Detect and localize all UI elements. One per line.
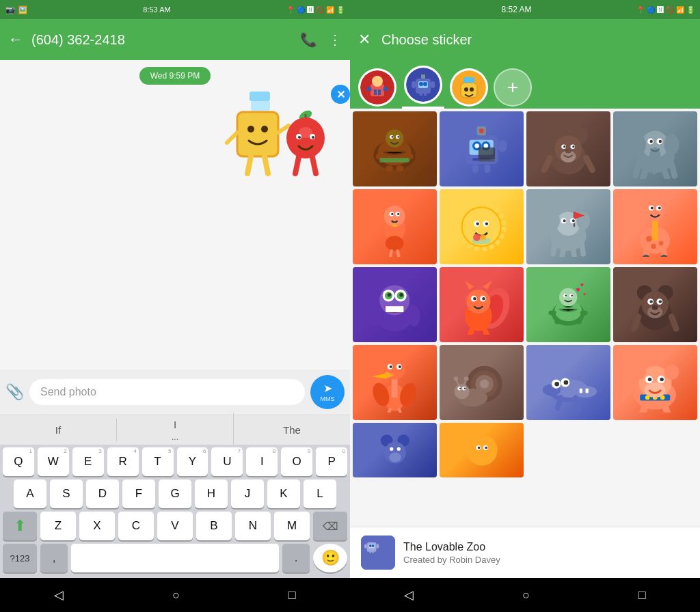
key-y[interactable]: 6Y — [177, 447, 208, 476]
sticker-elephant[interactable] — [613, 111, 697, 186]
svg-rect-24 — [378, 89, 381, 95]
key-j[interactable]: J — [231, 479, 264, 508]
svg-rect-1 — [250, 92, 270, 101]
key-t[interactable]: 5T — [142, 447, 174, 476]
key-k[interactable]: K — [267, 479, 300, 508]
add-pack-button[interactable]: + — [494, 68, 532, 107]
panel-title: Choose sticker — [381, 32, 692, 48]
key-s[interactable]: S — [50, 479, 83, 508]
key-e[interactable]: 3E — [72, 447, 104, 476]
svg-point-223 — [555, 382, 560, 387]
sticker-hippo[interactable] — [613, 345, 697, 420]
comma-key[interactable]: , — [40, 544, 68, 572]
phone-button[interactable]: 📞 — [300, 31, 317, 48]
send-button[interactable]: ➤ MMS — [310, 375, 345, 409]
close-sticker-panel[interactable]: ✕ — [358, 31, 371, 48]
key-c[interactable]: C — [118, 512, 154, 540]
sticker-pack-2[interactable] — [404, 66, 442, 104]
key-i[interactable]: 8I — [246, 447, 278, 476]
sticker-turtle-hearts[interactable]: ♥ ♥ ♥ — [526, 267, 610, 342]
key-p[interactable]: 0P — [316, 447, 347, 476]
sticker-bird[interactable] — [353, 189, 437, 264]
svg-point-5 — [261, 126, 268, 133]
dot-key[interactable]: . — [282, 544, 310, 572]
key-h[interactable]: H — [195, 479, 228, 508]
svg-point-171 — [571, 294, 574, 296]
key-w[interactable]: 2W — [38, 447, 69, 476]
sticker-pack-3[interactable] — [450, 68, 488, 107]
sticker-snail[interactable] — [440, 345, 524, 420]
chat-timestamp: Wed 9:59 PM — [139, 67, 211, 85]
sticker-row-1 — [353, 111, 697, 186]
key-o[interactable]: 9O — [281, 447, 312, 476]
svg-line-7 — [278, 126, 288, 133]
sticker-elephant-2[interactable] — [526, 189, 610, 264]
svg-point-28 — [419, 82, 423, 86]
app-bar-left: ← (604) 362-2418 📞 ⋮ — [0, 19, 350, 60]
remove-sticker-button[interactable]: ✕ — [331, 85, 350, 104]
key-u[interactable]: 7U — [211, 447, 243, 476]
key-r[interactable]: 4R — [107, 447, 139, 476]
suggestion-1-wrap: I ... — [117, 419, 233, 442]
nav-back-right[interactable]: ◁ — [404, 587, 414, 602]
key-x[interactable]: X — [79, 512, 115, 540]
sticker-squirrel[interactable] — [440, 267, 524, 342]
kb-row-2: A S D F G H J K L — [0, 479, 350, 508]
suggestion-1[interactable]: I — [174, 419, 176, 430]
attach-button[interactable]: 📎 — [5, 383, 24, 401]
sticker-bear[interactable] — [526, 111, 610, 186]
suggestions-bar: If I ... The — [0, 415, 350, 445]
message-input[interactable]: Send photo — [29, 379, 305, 405]
key-d[interactable]: D — [86, 479, 119, 508]
sticker-row-5 — [353, 423, 697, 477]
svg-line-18 — [295, 157, 299, 173]
key-a[interactable]: A — [14, 479, 46, 508]
sticker-monster[interactable] — [353, 267, 437, 342]
key-v[interactable]: V — [157, 512, 193, 540]
svg-rect-65 — [479, 148, 495, 160]
sticker-bear-3[interactable] — [353, 423, 437, 477]
status-bar-left: 📷 🖼️ 8:53 AM 📍🔵🅽🚫📶🔋 — [0, 0, 350, 19]
sticker-turtle[interactable] — [353, 111, 437, 186]
sticker-bear-2[interactable] — [613, 267, 697, 342]
key-q[interactable]: 1Q — [3, 447, 34, 476]
svg-point-97 — [397, 213, 399, 215]
key-n[interactable]: N — [235, 512, 271, 540]
shift-key[interactable]: ⬆ — [3, 512, 37, 540]
svg-point-209 — [455, 384, 470, 399]
svg-point-250 — [396, 447, 400, 451]
more-button[interactable]: ⋮ — [328, 31, 342, 48]
sticker-giraffe[interactable] — [613, 189, 697, 264]
sticker-misc[interactable] — [440, 423, 524, 477]
sticker-robot[interactable] — [440, 111, 524, 186]
svg-rect-142 — [386, 306, 403, 312]
suggestion-0[interactable]: If — [0, 419, 117, 441]
key-m[interactable]: M — [274, 512, 310, 540]
space-key[interactable] — [71, 544, 279, 572]
key-l[interactable]: L — [304, 479, 336, 508]
sticker-pelican[interactable] — [353, 345, 437, 420]
num-key[interactable]: ?123 — [3, 544, 37, 572]
back-button[interactable]: ← — [8, 31, 23, 48]
suggestion-2[interactable]: The — [234, 419, 350, 441]
emoji-key[interactable]: 🙂 — [313, 544, 347, 572]
svg-line-9 — [265, 156, 268, 173]
delete-key[interactable]: ⌫ — [313, 512, 347, 540]
key-g[interactable]: G — [159, 479, 191, 508]
nav-recent-left[interactable]: □ — [288, 588, 296, 602]
sticker-pack-1[interactable] — [358, 68, 396, 107]
nav-home-right[interactable]: ○ — [522, 588, 530, 602]
key-b[interactable]: B — [196, 512, 232, 540]
sticker-pack-info: The Lovable Zoo Created by Robin Davey — [350, 527, 700, 578]
nav-home-left[interactable]: ○ — [172, 588, 180, 602]
svg-point-139 — [651, 244, 656, 249]
sticker-sun-character[interactable] — [440, 189, 524, 264]
svg-point-152 — [408, 305, 420, 326]
key-f[interactable]: F — [122, 479, 155, 508]
nav-back-left[interactable]: ◁ — [54, 587, 64, 602]
nav-recent-right[interactable]: □ — [638, 588, 646, 602]
svg-point-111 — [480, 234, 486, 240]
svg-line-123 — [563, 248, 564, 255]
key-z[interactable]: Z — [40, 512, 76, 540]
sticker-crocodile[interactable] — [526, 345, 610, 420]
